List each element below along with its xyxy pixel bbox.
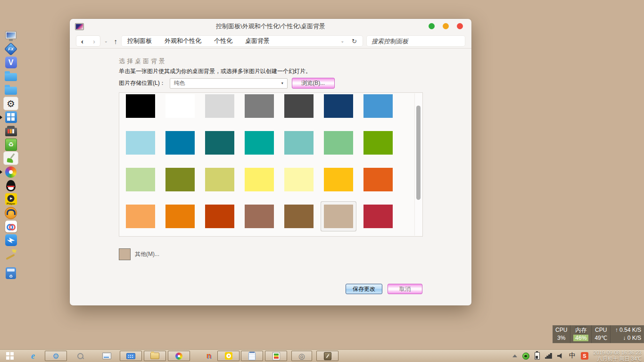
antivirus-tray-icon[interactable]	[522, 353, 529, 360]
disc-icon	[298, 352, 305, 361]
taskbar-item-ie[interactable]	[27, 351, 39, 361]
color-swatch[interactable]	[245, 205, 274, 228]
color-swatch[interactable]	[205, 94, 234, 118]
color-swatch[interactable]	[165, 131, 195, 155]
yellow-window-button[interactable]	[443, 23, 449, 29]
taskbar-item-doc-green[interactable]	[265, 351, 287, 361]
taskbar-item-player[interactable]	[217, 351, 239, 361]
red-window-button[interactable]	[457, 23, 463, 29]
dock-item-v-app[interactable]	[3, 56, 18, 69]
taskbar-item-start[interactable]	[4, 351, 16, 361]
breadcrumb-personalization[interactable]: 个性化	[214, 37, 232, 45]
color-swatch[interactable]	[245, 131, 274, 155]
picture-location-select[interactable]: 纯色 ▾	[170, 78, 288, 89]
repair-tool-icon	[5, 248, 17, 260]
color-swatch[interactable]	[165, 205, 195, 228]
other-color-swatch[interactable]	[119, 248, 131, 260]
battery-icon[interactable]	[535, 352, 540, 360]
dock-item-media-player[interactable]: Player	[3, 192, 18, 206]
dock-item-folder-2[interactable]	[3, 83, 18, 97]
color-swatch[interactable]	[165, 168, 195, 191]
dock-item-recycle-bin[interactable]	[3, 138, 18, 151]
taskbar-item-wps-n[interactable]	[203, 351, 215, 361]
color-swatch[interactable]	[284, 94, 314, 118]
save-changes-button[interactable]: 保存更改	[346, 284, 382, 294]
browse-button[interactable]: 浏览(B)...	[292, 78, 335, 89]
picture-location-label: 图片存储位置(L)：	[119, 79, 165, 87]
network-signal-icon[interactable]	[545, 353, 552, 359]
taskbar-item-notepad[interactable]	[241, 351, 263, 361]
color-swatch[interactable]	[205, 168, 234, 191]
refresh-icon[interactable]: ↻	[352, 38, 357, 45]
dock-item-win-grid[interactable]	[3, 110, 18, 124]
color-swatch[interactable]	[363, 168, 393, 191]
color-swatch[interactable]	[205, 205, 234, 228]
dock-item-cleaner[interactable]	[3, 151, 18, 165]
color-swatch[interactable]	[126, 94, 155, 118]
forward-button[interactable]: ›	[88, 36, 100, 46]
color-swatch[interactable]	[126, 168, 155, 191]
color-swatch[interactable]	[205, 131, 234, 155]
dock-item-storage-box[interactable]	[3, 266, 18, 280]
back-button[interactable]: ‹	[76, 36, 88, 46]
address-dropdown-icon[interactable]: ⌄	[341, 39, 345, 43]
dock-item-browser-pinwheel[interactable]	[3, 165, 18, 179]
taskbar-item-search-ring[interactable]	[74, 351, 86, 361]
dock-item-my-computer[interactable]	[3, 28, 18, 42]
page-description: 单击某一张图片使其成为你的桌面背景，或选择多张图片以创建一个幻灯片。	[119, 67, 311, 75]
scrollbar-track[interactable]	[414, 93, 422, 236]
taskbar-item-gears[interactable]	[45, 351, 67, 361]
taskbar-item-color-wheel[interactable]	[168, 351, 190, 361]
dock-item-fx-app[interactable]	[3, 42, 18, 56]
color-swatch-selected[interactable]	[324, 205, 353, 228]
breadcrumb-desktop-background[interactable]: 桌面背景	[245, 37, 270, 45]
ie-icon	[31, 351, 35, 361]
sogou-input-icon[interactable]: S	[581, 352, 588, 360]
color-swatch[interactable]	[324, 168, 353, 191]
up-arrow-icon[interactable]: ↑	[114, 37, 118, 45]
color-swatch[interactable]	[363, 205, 393, 228]
cancel-button[interactable]: 取消	[388, 284, 422, 294]
taskbar-item-file-manager[interactable]	[144, 351, 166, 361]
dock-item-folder-1[interactable]	[3, 69, 18, 83]
color-swatch[interactable]	[284, 168, 314, 191]
history-dropdown-icon[interactable]: ⌄	[104, 39, 108, 43]
color-swatch[interactable]	[363, 94, 393, 118]
clock[interactable]: 2019-09-08 16:36:23 八月初十 周日 34℃	[594, 350, 642, 362]
color-swatch[interactable]	[284, 205, 314, 228]
breadcrumb-appearance[interactable]: 外观和个性化	[165, 37, 201, 45]
taskbar-item-disc[interactable]	[291, 351, 312, 361]
other-color-label[interactable]: 其他(M)...	[135, 250, 159, 258]
dock-item-settings-gear[interactable]	[3, 97, 18, 110]
dock-item-repair-tool[interactable]	[3, 247, 18, 261]
color-swatch[interactable]	[284, 131, 314, 155]
dock-item-bird-app[interactable]	[3, 233, 18, 247]
volume-icon[interactable]	[557, 353, 564, 359]
display-settings-icon	[75, 23, 84, 30]
title-bar[interactable]: 控制面板\外观和个性化\个性化\桌面背景	[70, 19, 471, 34]
scrollbar-thumb[interactable]	[416, 106, 421, 200]
search-input[interactable]	[367, 36, 465, 46]
color-swatch[interactable]	[126, 131, 155, 155]
taskbar-item-pen-pad[interactable]	[316, 351, 339, 361]
breadcrumb-control-panel[interactable]: 控制面板	[127, 37, 152, 45]
input-method-indicator[interactable]: 中	[569, 352, 576, 360]
dock-item-qq[interactable]	[3, 179, 18, 192]
notepad-icon	[248, 352, 256, 360]
color-swatch[interactable]	[363, 131, 393, 155]
dock-item-audio-app[interactable]	[3, 206, 18, 220]
taskbar-item-keyboard[interactable]	[120, 351, 142, 361]
color-swatch[interactable]	[324, 131, 353, 155]
window-content: 选择桌面背景 单击某一张图片使其成为你的桌面背景，或选择多张图片以创建一个幻灯片…	[70, 49, 471, 305]
dock-item-cloud-app[interactable]	[3, 220, 18, 233]
color-swatch[interactable]	[245, 168, 274, 191]
color-swatch[interactable]	[324, 94, 353, 118]
dock-item-toolbox[interactable]	[3, 124, 18, 138]
taskbar-item-monitor-chart[interactable]	[101, 351, 112, 361]
color-swatch[interactable]	[245, 94, 274, 118]
green-window-button[interactable]	[429, 23, 435, 29]
color-swatch[interactable]	[165, 94, 195, 118]
color-swatch[interactable]	[126, 205, 155, 228]
show-hidden-icons-icon[interactable]	[512, 354, 517, 357]
doc-green-icon	[272, 352, 280, 360]
